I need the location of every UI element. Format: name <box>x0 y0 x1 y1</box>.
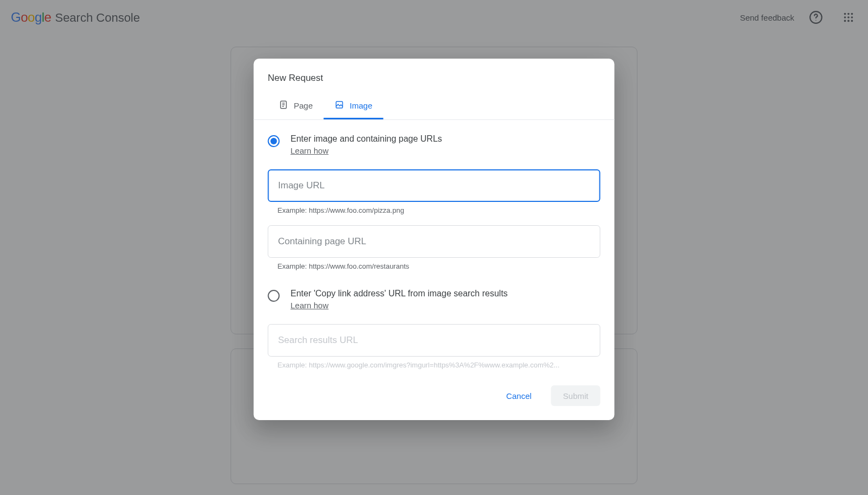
option-2-label: Enter 'Copy link address' URL from image… <box>291 289 508 299</box>
new-request-dialog: New Request Page Image Enter image and c… <box>254 59 615 420</box>
image-icon <box>335 100 344 111</box>
containing-page-url-field-block: Example: https://www.foo.com/restaurants <box>268 225 601 270</box>
containing-page-url-input[interactable] <box>268 225 601 258</box>
search-results-url-example: Example: https://www.google.com/imgres?i… <box>268 357 601 369</box>
search-results-url-field-block: Example: https://www.google.com/imgres?i… <box>268 324 601 369</box>
svg-rect-15 <box>336 101 343 108</box>
dialog-body: Enter image and containing page URLs Lea… <box>254 120 615 369</box>
search-results-url-input <box>268 324 601 357</box>
image-url-input[interactable] <box>268 169 601 202</box>
dialog-actions: Cancel Submit <box>254 369 615 420</box>
option-2-text: Enter 'Copy link address' URL from image… <box>291 289 508 310</box>
dialog-title: New Request <box>254 59 615 93</box>
option-2-learn-how-link[interactable]: Learn how <box>291 301 329 310</box>
radio-option-1[interactable] <box>268 135 280 147</box>
option-1-learn-how-link[interactable]: Learn how <box>291 146 329 155</box>
image-url-field-block: Example: https://www.foo.com/pizza.png <box>268 169 601 214</box>
option-1-label: Enter image and containing page URLs <box>291 134 442 144</box>
tab-image[interactable]: Image <box>324 93 384 119</box>
submit-button[interactable]: Submit <box>551 385 601 406</box>
tab-page[interactable]: Page <box>268 93 324 119</box>
cancel-button[interactable]: Cancel <box>494 385 544 406</box>
option-1-text: Enter image and containing page URLs Lea… <box>291 134 442 155</box>
tab-image-label: Image <box>350 101 373 110</box>
option-image-and-page-urls[interactable]: Enter image and containing page URLs Lea… <box>268 134 601 158</box>
tab-page-label: Page <box>294 101 313 110</box>
page-icon <box>279 100 289 111</box>
containing-page-url-example: Example: https://www.foo.com/restaurants <box>268 258 601 270</box>
radio-option-2[interactable] <box>268 290 280 302</box>
image-url-example: Example: https://www.foo.com/pizza.png <box>268 202 601 214</box>
dialog-tabs: Page Image <box>254 93 615 120</box>
option-copy-link-address[interactable]: Enter 'Copy link address' URL from image… <box>268 289 601 313</box>
